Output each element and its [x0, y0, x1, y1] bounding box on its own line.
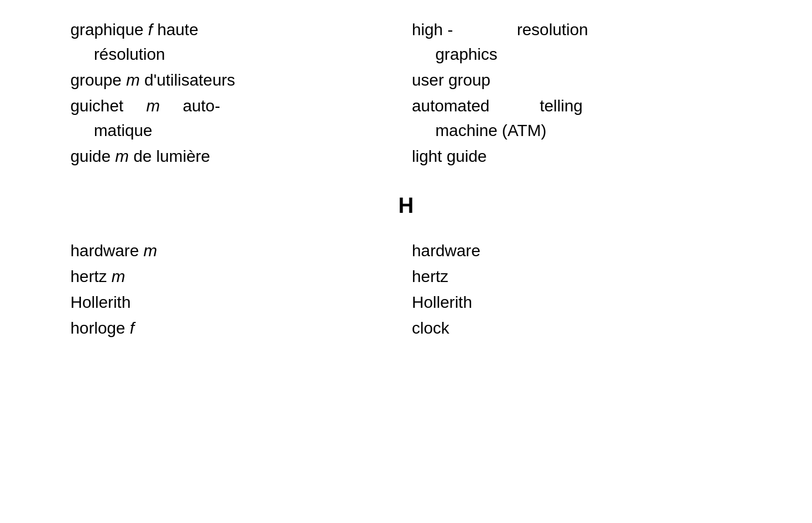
entry-hollerith-french: Hollerith	[70, 290, 394, 315]
entry-hollerith-english: Hollerith	[412, 290, 742, 315]
left-column-top: graphique f haute résolution groupe m d'…	[70, 18, 406, 170]
entry-groupe-french: groupe m d'utilisateurs	[70, 68, 394, 93]
section-header-h: H	[70, 170, 742, 239]
right-column-top: high - resolution graphics user group au…	[406, 18, 742, 170]
entry-hardware-english: hardware	[412, 239, 742, 263]
entry-guide-french: guide m de lumière	[70, 144, 394, 169]
header-h-label: H	[398, 193, 414, 218]
entry-hardware-french: hardware m	[70, 239, 394, 263]
left-column-bottom: hardware m hertz m Hollerith horloge f	[70, 239, 406, 342]
bottom-entries-layout: hardware m hertz m Hollerith horloge f h…	[70, 239, 742, 342]
entry-light-guide-english: light guide	[412, 144, 742, 169]
entry-high-resolution-english: high - resolution graphics	[412, 18, 742, 67]
entry-hertz-english: hertz	[412, 264, 742, 289]
right-column-bottom: hardware hertz Hollerith clock	[406, 239, 742, 342]
continuation-graphics: graphics	[412, 42, 742, 67]
entry-horloge-french: horloge f	[70, 316, 394, 341]
page-container: graphique f haute résolution groupe m d'…	[0, 0, 812, 523]
entry-hertz-french: hertz m	[70, 264, 394, 289]
continuation-atm: machine (ATM)	[412, 118, 742, 143]
entry-clock-english: clock	[412, 316, 742, 341]
entry-graphique-french: graphique f haute résolution	[70, 18, 394, 67]
entry-user-group-english: user group	[412, 68, 742, 93]
entry-guichet-french: guichet m auto- matique	[70, 94, 394, 143]
entry-atm-english: automated telling machine (ATM)	[412, 94, 742, 143]
top-entries-layout: graphique f haute résolution groupe m d'…	[70, 18, 742, 170]
continuation-resolution-fr: résolution	[70, 42, 394, 67]
continuation-matique: matique	[70, 118, 394, 143]
